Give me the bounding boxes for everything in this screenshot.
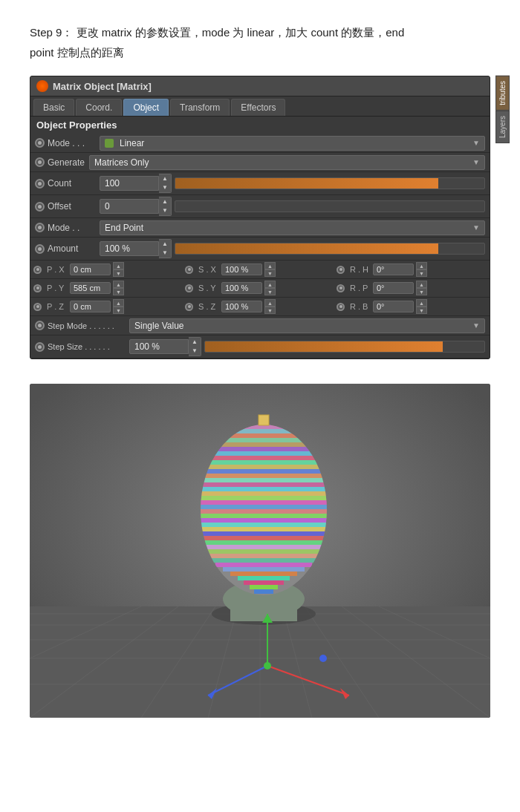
- count-step-down[interactable]: ▼: [159, 183, 171, 192]
- amount-step-down[interactable]: ▼: [159, 249, 171, 258]
- rb-step-up[interactable]: ▲: [416, 299, 427, 307]
- page-content: Step 9： 更改 matrix 的参数设置，mode 为 linear，加大…: [0, 0, 520, 740]
- sx-step-up[interactable]: ▲: [264, 262, 276, 269]
- rh-radio[interactable]: [337, 266, 345, 274]
- pz-step-down[interactable]: ▼: [113, 307, 124, 314]
- rh-step-down[interactable]: ▼: [416, 269, 427, 277]
- py-input[interactable]: [70, 282, 111, 294]
- py-step-up[interactable]: ▲: [113, 281, 124, 288]
- mode-dropdown-arrow: ▼: [472, 139, 480, 147]
- py-step-down[interactable]: ▼: [113, 288, 124, 295]
- svg-rect-50: [201, 545, 327, 549]
- offset-input[interactable]: [100, 199, 159, 214]
- amount-radio[interactable]: [35, 244, 45, 254]
- sx-step-down[interactable]: ▼: [264, 269, 276, 277]
- mode2-radio[interactable]: [35, 223, 45, 232]
- rh-cell: R . H ▲ ▼: [337, 262, 487, 277]
- generate-dropdown[interactable]: Matrices Only ▼: [89, 155, 485, 170]
- count-input[interactable]: [100, 176, 159, 191]
- svg-rect-21: [230, 592, 297, 621]
- sx-cell: S . X ▲ ▼: [185, 262, 335, 277]
- amount-stepper: ▲ ▼: [159, 239, 172, 258]
- offset-radio[interactable]: [35, 202, 45, 212]
- rp-step-down[interactable]: ▼: [416, 288, 427, 295]
- svg-rect-55: [223, 567, 305, 572]
- viewport-svg: [30, 384, 490, 718]
- px-step-down[interactable]: ▼: [113, 269, 124, 277]
- step-mode-dropdown[interactable]: Single Value ▼: [129, 318, 485, 333]
- svg-rect-33: [193, 469, 334, 474]
- rb-radio[interactable]: [337, 303, 345, 311]
- offset-step-up[interactable]: ▲: [159, 197, 171, 206]
- sy-radio[interactable]: [185, 284, 193, 292]
- sz-step-down[interactable]: ▼: [264, 307, 276, 314]
- svg-rect-53: [209, 558, 318, 563]
- tab-effectors[interactable]: Effectors: [231, 99, 285, 116]
- step-size-row: Step Size . . . . . . ▲ ▼: [30, 335, 490, 358]
- svg-rect-57: [238, 576, 290, 580]
- mode-dropdown[interactable]: Linear ▼: [100, 136, 485, 151]
- step-mode-radio[interactable]: [35, 321, 45, 330]
- tab-basic[interactable]: Basic: [33, 99, 74, 116]
- sx-stepper: ▲ ▼: [264, 262, 276, 277]
- offset-input-group: ▲ ▼: [100, 197, 172, 216]
- rb-input[interactable]: [373, 301, 414, 312]
- rb-label: R . B: [350, 302, 371, 311]
- step-size-input[interactable]: [129, 339, 189, 354]
- sz-step-up[interactable]: ▲: [264, 299, 276, 307]
- py-radio[interactable]: [33, 284, 42, 292]
- side-tab-layers[interactable]: Layers: [495, 111, 510, 143]
- px-step-up[interactable]: ▲: [113, 262, 124, 269]
- px-input[interactable]: [70, 263, 111, 275]
- step-size-radio[interactable]: [35, 342, 45, 352]
- sx-radio[interactable]: [185, 266, 193, 274]
- generate-dropdown-arrow: ▼: [472, 158, 480, 166]
- amount-row: Amount ▲ ▼: [30, 238, 490, 261]
- rb-step-down[interactable]: ▼: [416, 307, 427, 314]
- tab-coord[interactable]: Coord.: [76, 99, 122, 116]
- pz-step-up[interactable]: ▲: [113, 299, 124, 307]
- step-size-progress-fill: [205, 341, 443, 352]
- amount-step-up[interactable]: ▲: [159, 240, 171, 249]
- rp-stepper: ▲ ▼: [416, 281, 427, 295]
- section-header: Object Properties: [30, 117, 490, 134]
- sy-step-up[interactable]: ▲: [264, 281, 276, 288]
- svg-rect-60: [254, 589, 273, 594]
- mode-value: Linear: [120, 138, 144, 148]
- rp-step-up[interactable]: ▲: [416, 281, 427, 288]
- generate-radio[interactable]: [35, 157, 45, 167]
- svg-rect-49: [200, 540, 328, 545]
- step-size-step-down[interactable]: ▼: [189, 347, 201, 356]
- amount-input[interactable]: [100, 241, 159, 256]
- sx-input[interactable]: [221, 263, 262, 275]
- svg-rect-51: [203, 549, 325, 554]
- offset-step-down[interactable]: ▼: [159, 206, 171, 215]
- sy-input[interactable]: [221, 282, 262, 294]
- rb-cell: R . B ▲ ▼: [337, 299, 487, 314]
- svg-rect-59: [250, 585, 278, 589]
- count-radio[interactable]: [35, 179, 45, 189]
- step-mode-dropdown-arrow: ▼: [472, 321, 480, 330]
- step-size-step-up[interactable]: ▲: [189, 338, 201, 347]
- panel-title: Matrix Object [Matrix]: [53, 81, 152, 92]
- sy-step-down[interactable]: ▼: [264, 288, 276, 295]
- mode-radio[interactable]: [35, 138, 45, 148]
- svg-rect-39: [193, 496, 334, 500]
- rh-step-up[interactable]: ▲: [416, 262, 427, 269]
- pz-radio[interactable]: [33, 303, 42, 311]
- pz-input[interactable]: [70, 301, 111, 312]
- rh-input[interactable]: [373, 263, 414, 275]
- step-size-label: Step Size . . . . . .: [48, 342, 129, 351]
- sz-input[interactable]: [221, 301, 262, 312]
- px-radio[interactable]: [33, 266, 42, 274]
- svg-rect-46: [198, 527, 330, 531]
- tab-object[interactable]: Object: [123, 99, 169, 116]
- rp-input[interactable]: [373, 282, 414, 294]
- count-step-up[interactable]: ▲: [159, 174, 171, 183]
- sz-radio[interactable]: [185, 303, 193, 311]
- side-tab-tributes[interactable]: tributes: [495, 76, 510, 111]
- mode2-dropdown[interactable]: End Point ▼: [100, 220, 485, 235]
- rp-radio[interactable]: [337, 284, 345, 292]
- count-label: Count: [48, 178, 100, 189]
- tab-transform[interactable]: Transform: [170, 99, 230, 116]
